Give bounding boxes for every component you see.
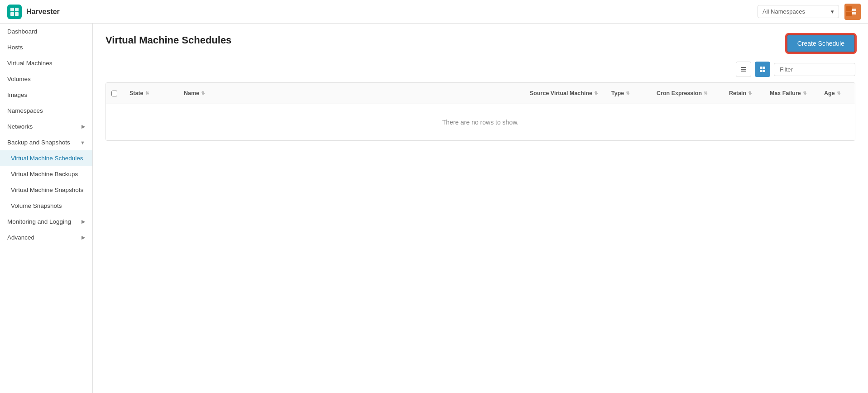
sidebar-item-monitoring-logging[interactable]: Monitoring and Logging ▶: [0, 214, 92, 230]
topbar-left: Harvester: [7, 5, 60, 19]
sidebar-item-monitoring-logging-label: Monitoring and Logging: [7, 218, 71, 225]
main-layout: Dashboard Hosts Virtual Machines Volumes…: [0, 24, 868, 393]
sidebar-item-hosts-label: Hosts: [7, 44, 23, 51]
sidebar-item-vm-snapshots-label: Virtual Machine Snapshots: [11, 187, 83, 193]
col-name-label: Name: [184, 90, 199, 96]
table-col-name[interactable]: Name ⇅: [178, 87, 524, 99]
sidebar-item-dashboard[interactable]: Dashboard: [0, 24, 92, 39]
svg-rect-12: [763, 70, 765, 72]
sidebar-item-virtual-machines-label: Virtual Machines: [7, 60, 53, 67]
page-header: Virtual Machine Schedules Create Schedul…: [106, 34, 855, 53]
create-schedule-button[interactable]: Create Schedule: [786, 34, 855, 53]
table-col-cron[interactable]: Cron Expression ⇅: [651, 87, 724, 99]
select-all-checkbox[interactable]: [111, 91, 117, 96]
col-state-label: State: [129, 90, 144, 96]
svg-rect-3: [15, 12, 19, 16]
grid-view-button[interactable]: [755, 62, 770, 77]
sidebar-item-virtual-machines[interactable]: Virtual Machines: [0, 55, 92, 71]
filter-input[interactable]: [774, 63, 855, 76]
svg-rect-0: [10, 8, 14, 11]
svg-rect-9: [760, 67, 762, 69]
sidebar-item-volume-snapshots[interactable]: Volume Snapshots: [0, 198, 92, 214]
col-source-vm-sort-icon: ⇅: [594, 91, 598, 96]
list-view-button[interactable]: [736, 62, 751, 77]
svg-rect-1: [15, 8, 19, 11]
namespace-chevron: ▾: [831, 8, 834, 15]
col-type-sort-icon: ⇅: [626, 91, 629, 96]
sidebar-item-advanced-label: Advanced: [7, 234, 34, 241]
table-col-retain[interactable]: Retain ⇅: [724, 87, 764, 99]
networks-chevron-icon: ▶: [82, 124, 85, 129]
table-header-checkbox-cell: [106, 87, 124, 99]
namespace-label: All Namespaces: [762, 8, 805, 15]
sidebar-item-namespaces-label: Namespaces: [7, 107, 43, 114]
col-cron-label: Cron Expression: [657, 90, 702, 96]
table-body: There are no rows to show.: [106, 104, 855, 140]
table-col-type[interactable]: Type ⇅: [606, 87, 651, 99]
notification-icon[interactable]: [844, 4, 861, 20]
namespace-selector[interactable]: All Namespaces ▾: [758, 5, 839, 18]
sidebar-item-hosts[interactable]: Hosts: [0, 39, 92, 55]
table-col-source-vm[interactable]: Source Virtual Machine ⇅: [524, 87, 606, 99]
col-type-label: Type: [611, 90, 624, 96]
svg-rect-2: [10, 12, 14, 16]
empty-table-message: There are no rows to show.: [442, 119, 519, 126]
advanced-chevron-icon: ▶: [82, 235, 85, 240]
svg-rect-5: [849, 12, 856, 14]
svg-rect-4: [849, 9, 856, 11]
table-col-age[interactable]: Age ⇅: [819, 87, 855, 99]
col-state-sort-icon: ⇅: [145, 91, 149, 96]
col-age-label: Age: [824, 90, 835, 96]
content-area: Virtual Machine Schedules Create Schedul…: [93, 24, 868, 393]
sidebar-item-volumes-label: Volumes: [7, 76, 31, 82]
col-cron-sort-icon: ⇅: [704, 91, 707, 96]
sidebar-item-volume-snapshots-label: Volume Snapshots: [11, 202, 62, 209]
col-name-sort-icon: ⇅: [201, 91, 205, 96]
sidebar-item-vm-schedules[interactable]: Virtual Machine Schedules: [0, 150, 92, 166]
col-max-failure-label: Max Failure: [770, 90, 801, 96]
col-max-failure-sort-icon: ⇅: [803, 91, 806, 96]
backup-chevron-icon: ▼: [80, 140, 85, 145]
app-logo: [7, 5, 22, 19]
table-col-state[interactable]: State ⇅: [124, 87, 178, 99]
sidebar-item-vm-backups[interactable]: Virtual Machine Backups: [0, 166, 92, 182]
sidebar-item-advanced[interactable]: Advanced ▶: [0, 230, 92, 245]
sidebar-item-volumes[interactable]: Volumes: [0, 71, 92, 87]
sidebar-item-networks-label: Networks: [7, 123, 33, 130]
col-age-sort-icon: ⇅: [837, 91, 840, 96]
svg-rect-7: [741, 69, 746, 70]
sidebar-item-namespaces[interactable]: Namespaces: [0, 103, 92, 119]
col-retain-label: Retain: [729, 90, 746, 96]
topbar: Harvester All Namespaces ▾: [0, 0, 868, 24]
sidebar-item-vm-schedules-label: Virtual Machine Schedules: [11, 155, 83, 162]
sidebar-item-networks[interactable]: Networks ▶: [0, 119, 92, 134]
svg-rect-11: [760, 70, 762, 72]
topbar-right: All Namespaces ▾: [758, 4, 861, 20]
table-container: State ⇅ Name ⇅ Source Virtual Machine ⇅ …: [106, 82, 855, 141]
monitoring-chevron-icon: ▶: [82, 219, 85, 225]
sidebar-item-vm-snapshots[interactable]: Virtual Machine Snapshots: [0, 182, 92, 198]
sidebar-item-backup-snapshots-label: Backup and Snapshots: [7, 139, 70, 146]
app-title: Harvester: [26, 8, 60, 16]
svg-rect-10: [763, 67, 765, 69]
sidebar-item-images[interactable]: Images: [0, 87, 92, 103]
toolbar: [106, 62, 855, 77]
table-header: State ⇅ Name ⇅ Source Virtual Machine ⇅ …: [106, 83, 855, 104]
col-retain-sort-icon: ⇅: [748, 91, 752, 96]
sidebar: Dashboard Hosts Virtual Machines Volumes…: [0, 24, 93, 393]
svg-rect-6: [741, 67, 746, 68]
sidebar-item-dashboard-label: Dashboard: [7, 28, 37, 35]
sidebar-item-images-label: Images: [7, 91, 27, 98]
svg-rect-8: [741, 71, 746, 72]
col-source-vm-label: Source Virtual Machine: [530, 90, 592, 96]
table-col-max-failure[interactable]: Max Failure ⇅: [764, 87, 819, 99]
page-title: Virtual Machine Schedules: [106, 34, 231, 46]
sidebar-item-backup-snapshots[interactable]: Backup and Snapshots ▼: [0, 134, 92, 150]
sidebar-item-vm-backups-label: Virtual Machine Backups: [11, 171, 78, 177]
